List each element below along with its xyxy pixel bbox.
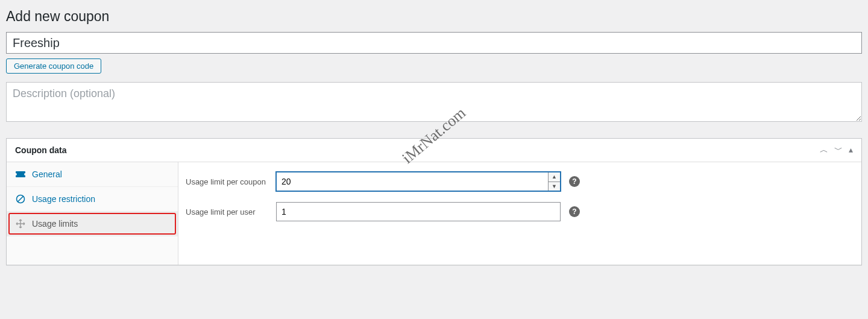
step-up-icon[interactable]: ▲ [549,172,560,182]
help-icon[interactable]: ? [569,206,580,217]
usage-per-coupon-label: Usage limit per coupon [186,177,276,186]
generate-code-button[interactable]: Generate coupon code [6,58,101,74]
number-spinner[interactable]: ▲ ▼ [548,172,560,191]
panel-header: Coupon data ︿ ﹀ ▴ [7,139,861,162]
usage-per-user-label: Usage limit per user [186,207,276,216]
step-down-icon[interactable]: ▼ [549,182,560,191]
help-icon[interactable]: ? [569,176,580,187]
svg-line-1 [18,197,24,202]
panel-title: Coupon data [15,145,820,155]
move-icon [15,219,26,229]
usage-per-user-input[interactable] [276,202,561,221]
tab-usage-restriction[interactable]: Usage restriction [7,187,178,212]
ticket-icon [15,171,26,178]
coupon-tabs: General Usage restriction Usage limits [7,162,178,265]
usage-limits-panel: Usage limit per coupon ▲ ▼ ? Usage limit… [178,162,861,265]
usage-per-coupon-input[interactable] [276,172,561,191]
page-title: Add new coupon [6,6,862,32]
move-down-icon[interactable]: ﹀ [834,145,843,156]
tab-label: Usage limits [32,219,78,229]
tab-label: Usage restriction [32,194,95,204]
tab-usage-limits[interactable]: Usage limits [7,212,178,236]
tab-general[interactable]: General [7,162,178,187]
ban-icon [15,194,26,204]
toggle-panel-icon[interactable]: ▴ [849,145,853,156]
coupon-data-panel: Coupon data ︿ ﹀ ▴ General Us [6,138,862,265]
coupon-code-input[interactable] [6,32,862,54]
move-up-icon[interactable]: ︿ [820,145,828,156]
tab-label: General [32,169,62,179]
description-textarea[interactable] [6,82,862,122]
